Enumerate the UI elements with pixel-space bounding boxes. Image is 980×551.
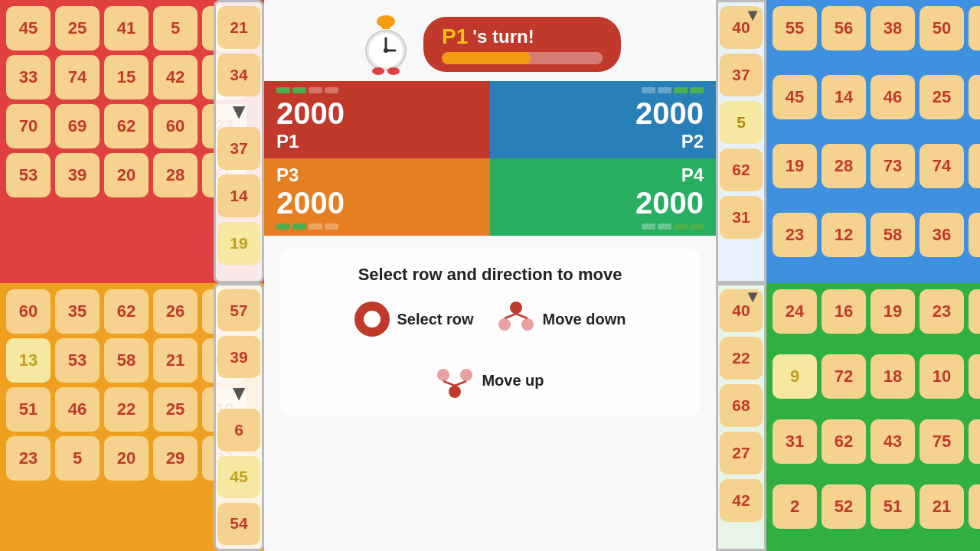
tile[interactable]: 69 (55, 104, 100, 148)
select-button-icon[interactable] (354, 302, 390, 337)
tile[interactable]: 19 (871, 289, 915, 334)
tile[interactable]: 54 (969, 419, 980, 464)
tile[interactable]: 72 (822, 354, 866, 399)
tile[interactable]: 53 (55, 338, 100, 383)
timer-bar (442, 52, 603, 64)
tile[interactable]: 31 (720, 196, 763, 239)
tile[interactable]: 19 (773, 144, 817, 188)
tile[interactable]: 18 (871, 354, 915, 399)
tile[interactable]: 21 (920, 484, 964, 529)
tile[interactable]: 58 (104, 338, 149, 383)
tile[interactable]: 62 (104, 289, 149, 334)
tile[interactable]: 75 (920, 419, 964, 464)
tile[interactable]: 39 (217, 336, 260, 378)
tile[interactable]: 28 (153, 153, 198, 197)
tile[interactable]: 21 (217, 6, 260, 49)
tile[interactable]: 68 (720, 384, 763, 427)
tile[interactable]: 53 (6, 153, 51, 197)
tile[interactable]: 58 (871, 213, 915, 257)
tile[interactable]: 23 (6, 436, 51, 481)
tile[interactable]: 62 (720, 148, 763, 191)
tile[interactable]: 23 (773, 213, 817, 257)
tile[interactable]: 21 (153, 338, 198, 383)
tile[interactable]: 74 (920, 144, 964, 188)
tile[interactable]: 37 (720, 54, 763, 96)
tile[interactable]: 14 (217, 174, 260, 217)
tile[interactable]: 22 (720, 337, 763, 380)
tile[interactable]: 27 (720, 432, 763, 474)
tile[interactable]: 60 (153, 104, 198, 148)
tile[interactable]: 45 (773, 75, 817, 119)
tile[interactable]: 39 (969, 6, 980, 51)
tile[interactable]: 37 (217, 127, 260, 170)
tile[interactable]: 20 (104, 436, 149, 481)
tile[interactable]: 33 (969, 213, 980, 257)
tile[interactable]: 41 (104, 6, 149, 51)
tile[interactable]: 36 (920, 213, 964, 257)
tile[interactable]: 5 (55, 436, 100, 481)
tile[interactable]: 19 (217, 222, 260, 265)
tile[interactable]: 5 (153, 6, 198, 51)
selected-column-blue[interactable]: ▼ 40 37 5 62 31 (716, 0, 766, 283)
tile[interactable]: 51 (871, 484, 915, 529)
tile[interactable]: 12 (822, 213, 866, 257)
tile[interactable]: 25 (920, 75, 964, 119)
tile[interactable]: 55 (773, 6, 817, 51)
tile[interactable]: 2 (773, 484, 817, 529)
tile[interactable]: 35 (55, 289, 100, 334)
tile[interactable]: 42 (720, 479, 763, 522)
tile[interactable]: 38 (871, 6, 915, 51)
tile[interactable]: 62 (104, 104, 149, 148)
tile[interactable]: 34 (217, 54, 260, 96)
tile[interactable]: 62 (822, 419, 866, 464)
tile[interactable]: 33 (6, 55, 51, 99)
tile[interactable]: 10 (920, 354, 964, 399)
tile[interactable]: 39 (55, 153, 100, 197)
tile[interactable]: 31 (773, 419, 817, 464)
tile[interactable]: 45 (6, 6, 51, 51)
tile[interactable]: 25 (153, 387, 198, 432)
selected-column-orange[interactable]: 57 39 ▼ 6 45 54 (214, 283, 264, 551)
tile[interactable]: 20 (104, 153, 149, 197)
selected-column-red[interactable]: 21 34 ▼ 37 14 19 (214, 0, 264, 283)
tile[interactable]: 23 (920, 289, 964, 334)
arrow-down-icon: ▼ (228, 101, 250, 122)
tile[interactable]: 68 (969, 75, 980, 119)
tile[interactable]: 13 (6, 338, 51, 383)
tile[interactable]: 51 (6, 387, 51, 432)
tile[interactable]: 9 (773, 354, 817, 399)
tile[interactable]: 5 (720, 101, 763, 144)
tile[interactable]: 16 (822, 289, 866, 334)
tile[interactable]: 11 (969, 354, 980, 399)
tile[interactable]: 54 (217, 503, 260, 545)
tile[interactable]: 46 (871, 75, 915, 119)
tile[interactable]: 60 (6, 289, 51, 334)
tile[interactable]: 52 (822, 484, 866, 529)
tile[interactable]: 24 (773, 289, 817, 334)
tile[interactable]: 28 (822, 144, 866, 188)
tile[interactable]: 35 (969, 289, 980, 334)
tile[interactable]: 50 (920, 6, 964, 51)
tile[interactable]: 43 (871, 419, 915, 464)
tile[interactable]: 25 (969, 484, 980, 529)
tile[interactable]: 54 (969, 144, 980, 188)
tile[interactable]: 74 (55, 55, 100, 99)
tile[interactable]: 22 (104, 387, 149, 432)
tile[interactable]: 46 (55, 387, 100, 432)
move-up-icon[interactable] (436, 361, 474, 399)
tile[interactable]: 73 (871, 144, 915, 188)
tile[interactable]: 42 (153, 55, 198, 99)
tile[interactable]: 70 (6, 104, 51, 148)
tile[interactable]: 6 (217, 409, 260, 451)
tile[interactable]: 57 (217, 289, 260, 331)
mini-bars-p2 (502, 87, 704, 93)
tile[interactable]: 15 (104, 55, 149, 99)
tile[interactable]: 25 (55, 6, 100, 51)
tile[interactable]: 14 (822, 75, 866, 119)
tile[interactable]: 26 (153, 289, 198, 334)
tile[interactable]: 29 (153, 436, 198, 481)
selected-column-green[interactable]: ▼ 40 22 68 27 42 (716, 283, 766, 551)
tile[interactable]: 45 (217, 456, 260, 498)
move-down-icon[interactable] (497, 300, 535, 338)
tile[interactable]: 56 (822, 6, 866, 51)
